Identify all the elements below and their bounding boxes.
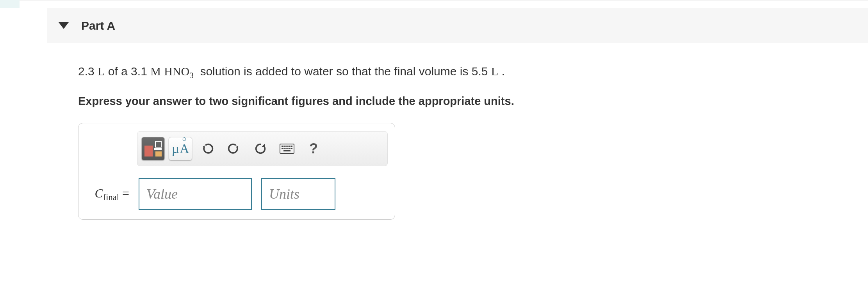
reset-button[interactable] <box>249 137 272 160</box>
help-button[interactable]: ? <box>302 137 325 160</box>
svg-rect-8 <box>283 148 285 149</box>
question-mid: solution is added to water so that the f… <box>200 65 468 78</box>
svg-rect-11 <box>289 148 291 149</box>
unit-L1: L <box>98 65 105 78</box>
undo-icon <box>201 142 214 155</box>
keyboard-icon <box>280 144 294 154</box>
part-title: Part A <box>81 17 115 34</box>
caret-down-icon <box>59 22 69 29</box>
help-icon: ? <box>309 138 318 159</box>
redo-button[interactable] <box>223 137 245 160</box>
svg-rect-7 <box>282 148 283 149</box>
svg-rect-12 <box>291 148 292 149</box>
value-input[interactable]: Value <box>139 178 252 210</box>
equation-toolbar: µA <box>137 131 388 166</box>
solute-base: HNO <box>164 65 189 78</box>
svg-rect-9 <box>285 148 287 149</box>
reset-icon <box>254 142 267 155</box>
templates-icon <box>144 141 162 157</box>
vol2: 5.5 <box>472 65 488 78</box>
solute-sub: 3 <box>189 71 194 80</box>
conc: 3.1 <box>131 65 147 78</box>
part-header[interactable]: Part A <box>47 8 868 43</box>
unit-L2: L <box>491 65 498 78</box>
svg-rect-5 <box>289 146 291 147</box>
instruction-text: Express your answer to two significant f… <box>78 93 845 110</box>
question-text: 2.3 L of a 3.1 M HNO3 solution is added … <box>78 62 845 82</box>
svg-rect-2 <box>283 146 285 147</box>
symbols-button[interactable]: µA <box>169 137 192 160</box>
answer-label: Cfinal = <box>86 184 129 204</box>
mu-angstrom-icon: µA <box>171 142 189 155</box>
undo-button[interactable] <box>196 137 219 160</box>
unit-M: M <box>150 65 161 78</box>
vol1: 2.3 <box>78 65 94 78</box>
svg-rect-4 <box>287 146 289 147</box>
keyboard-button[interactable] <box>276 137 298 160</box>
svg-rect-13 <box>283 150 291 151</box>
templates-button[interactable] <box>141 137 165 160</box>
svg-rect-10 <box>287 148 289 149</box>
units-input[interactable]: Units <box>261 178 335 210</box>
redo-icon <box>227 142 241 155</box>
svg-rect-3 <box>285 146 287 147</box>
svg-rect-1 <box>282 146 283 147</box>
answer-panel: µA <box>78 123 395 220</box>
svg-rect-6 <box>291 146 292 147</box>
